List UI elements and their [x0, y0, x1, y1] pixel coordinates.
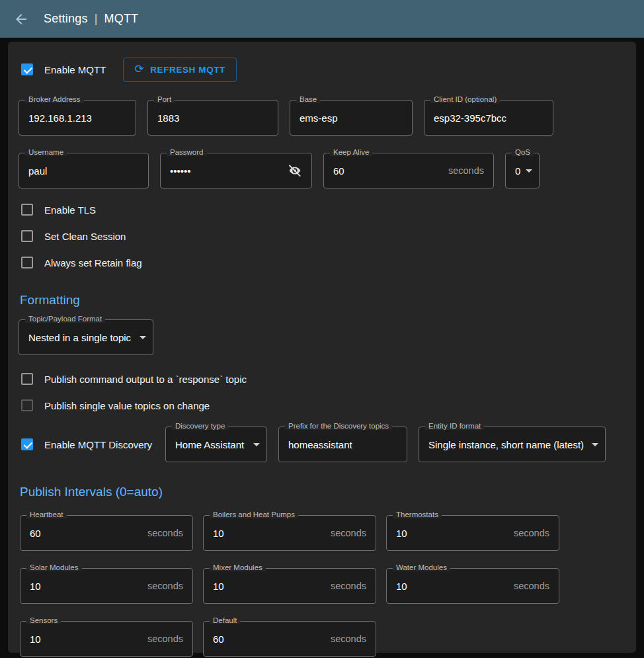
interval-boilers-value: 10: [213, 528, 224, 539]
seconds-suffix: seconds: [507, 528, 549, 538]
interval-default-value: 60: [213, 634, 224, 645]
interval-mixer-field[interactable]: Mixer Modules 10 seconds: [203, 568, 376, 604]
port-label: Port: [154, 95, 175, 103]
checkbox-checked-icon[interactable]: [21, 63, 33, 75]
eye-off-icon: [288, 163, 302, 178]
enable-mqtt-row: Enable MQTT ⟳ REFRESH MQTT: [19, 56, 625, 83]
seconds-suffix: seconds: [141, 634, 183, 644]
mqtt-settings-card: Enable MQTT ⟳ REFRESH MQTT Broker Addres…: [8, 42, 636, 653]
username-value: paul: [28, 165, 47, 177]
interval-water-field[interactable]: Water Modules 10 seconds: [386, 568, 559, 604]
password-field[interactable]: Password ••••••: [160, 153, 312, 188]
publish-single-value-checkbox[interactable]: Publish single value topics on change: [19, 392, 625, 419]
interval-solar-field[interactable]: Solar Modules 10 seconds: [20, 568, 193, 604]
keep-alive-suffix: seconds: [442, 165, 484, 176]
back-button[interactable]: [12, 10, 30, 28]
topic-payload-format-label: Topic/Payload Format: [25, 315, 105, 323]
refresh-mqtt-label: REFRESH MQTT: [150, 65, 225, 75]
interval-mixer-label: Mixer Modules: [210, 563, 266, 571]
publish-response-checkbox[interactable]: Publish command output to a `response` t…: [19, 366, 625, 392]
retain-flag-checkbox[interactable]: Always set Retain flag: [19, 249, 625, 276]
checkbox-unchecked-icon[interactable]: [21, 399, 33, 411]
keep-alive-label: Keep Alive: [330, 148, 372, 156]
publish-single-value-label: Publish single value topics on change: [44, 400, 210, 411]
enable-mqtt-checkbox[interactable]: Enable MQTT: [19, 56, 106, 83]
interval-thermostats-field[interactable]: Thermostats 10 seconds: [386, 515, 559, 551]
discovery-prefix-field[interactable]: Prefix for the Discovery topics homeassi…: [278, 427, 407, 462]
refresh-icon: ⟳: [134, 63, 144, 75]
enable-tls-label: Enable TLS: [44, 204, 96, 216]
breadcrumb-separator: |: [95, 12, 98, 26]
interval-thermostats-label: Thermostats: [393, 511, 442, 518]
formatting-heading: Formatting: [19, 293, 625, 308]
interval-water-value: 10: [396, 581, 407, 592]
client-id-field[interactable]: Client ID (optional) esp32-395c7bcc: [424, 100, 553, 136]
checkbox-unchecked-icon[interactable]: [21, 257, 33, 268]
publish-response-label: Publish command output to a `response` t…: [44, 374, 247, 385]
password-value: ••••••: [170, 165, 191, 177]
qos-label: QoS: [512, 148, 534, 156]
options-checkbox-group: Enable TLS Set Clean Session Always set …: [19, 196, 625, 276]
breadcrumb: Settings | MQTT: [44, 12, 138, 26]
interval-default-field[interactable]: Default 60 seconds: [203, 621, 376, 657]
seconds-suffix: seconds: [141, 528, 183, 538]
interval-heartbeat-value: 60: [30, 528, 41, 539]
interval-sensors-label: Sensors: [26, 616, 61, 624]
broker-address-field[interactable]: Broker Address 192.168.1.213: [19, 100, 136, 136]
retain-flag-label: Always set Retain flag: [44, 257, 142, 268]
seconds-suffix: seconds: [507, 581, 549, 591]
enable-mqtt-discovery-checkbox[interactable]: Enable MQTT Discovery: [19, 431, 165, 458]
connection-fields-row: Broker Address 192.168.1.213 Port 1883 B…: [19, 100, 625, 136]
interval-sensors-field[interactable]: Sensors 10 seconds: [20, 621, 193, 657]
username-field[interactable]: Username paul: [19, 153, 149, 188]
base-field[interactable]: Base ems-esp: [290, 100, 413, 136]
chevron-down-icon: [253, 443, 260, 446]
keep-alive-field[interactable]: Keep Alive 60 seconds: [323, 153, 494, 188]
checkbox-unchecked-icon[interactable]: [21, 373, 33, 385]
checkbox-checked-icon[interactable]: [21, 438, 33, 450]
seconds-suffix: seconds: [324, 581, 366, 591]
base-label: Base: [296, 95, 320, 103]
entity-id-format-label: Entity ID format: [425, 422, 484, 430]
interval-mixer-value: 10: [213, 581, 224, 592]
qos-value: 0: [515, 165, 520, 177]
checkbox-unchecked-icon[interactable]: [21, 230, 33, 242]
username-label: Username: [25, 148, 67, 156]
discovery-type-value: Home Assistant: [175, 439, 244, 450]
seconds-suffix: seconds: [324, 634, 366, 644]
refresh-mqtt-button[interactable]: ⟳ REFRESH MQTT: [123, 58, 237, 82]
seconds-suffix: seconds: [141, 581, 183, 591]
topic-payload-format-select[interactable]: Topic/Payload Format Nested in a single …: [19, 319, 153, 355]
discovery-fields: Discovery type Home Assistant Prefix for…: [165, 427, 606, 462]
broker-address-label: Broker Address: [25, 95, 84, 103]
enable-mqtt-label: Enable MQTT: [44, 64, 106, 75]
credentials-fields-row: Username paul Password •••••• Keep Alive…: [19, 153, 625, 188]
interval-heartbeat-field[interactable]: Heartbeat 60 seconds: [20, 515, 193, 551]
publish-options-group: Publish command output to a `response` t…: [19, 366, 625, 419]
chevron-down-icon: [526, 169, 532, 173]
enable-mqtt-discovery-label: Enable MQTT Discovery: [44, 439, 152, 450]
entity-id-format-select[interactable]: Entity ID format Single instance, short …: [419, 427, 606, 462]
discovery-prefix-label: Prefix for the Discovery topics: [285, 422, 392, 430]
broker-address-value: 192.168.1.213: [28, 112, 92, 124]
interval-boilers-label: Boilers and Heat Pumps: [210, 511, 298, 518]
discovery-prefix-value: homeassistant: [288, 439, 352, 450]
port-value: 1883: [157, 112, 179, 124]
checkbox-unchecked-icon[interactable]: [21, 204, 33, 216]
breadcrumb-settings[interactable]: Settings: [44, 12, 88, 26]
qos-select[interactable]: QoS 0: [505, 153, 540, 188]
password-label: Password: [167, 148, 207, 156]
interval-sensors-value: 10: [30, 634, 41, 645]
page-title: MQTT: [104, 12, 139, 26]
topic-format-row: Topic/Payload Format Nested in a single …: [19, 319, 625, 355]
discovery-type-select[interactable]: Discovery type Home Assistant: [165, 427, 267, 462]
toggle-password-visibility-button[interactable]: [288, 163, 302, 178]
publish-intervals-heading: Publish Intervals (0=auto): [19, 485, 625, 499]
port-field[interactable]: Port 1883: [147, 100, 278, 136]
interval-boilers-field[interactable]: Boilers and Heat Pumps 10 seconds: [203, 515, 376, 551]
set-clean-session-checkbox[interactable]: Set Clean Session: [19, 223, 625, 249]
publish-intervals-grid: Heartbeat 60 seconds Boilers and Heat Pu…: [19, 515, 625, 657]
enable-tls-checkbox[interactable]: Enable TLS: [19, 196, 625, 223]
interval-thermostats-value: 10: [396, 528, 407, 539]
chevron-down-icon: [140, 336, 146, 339]
